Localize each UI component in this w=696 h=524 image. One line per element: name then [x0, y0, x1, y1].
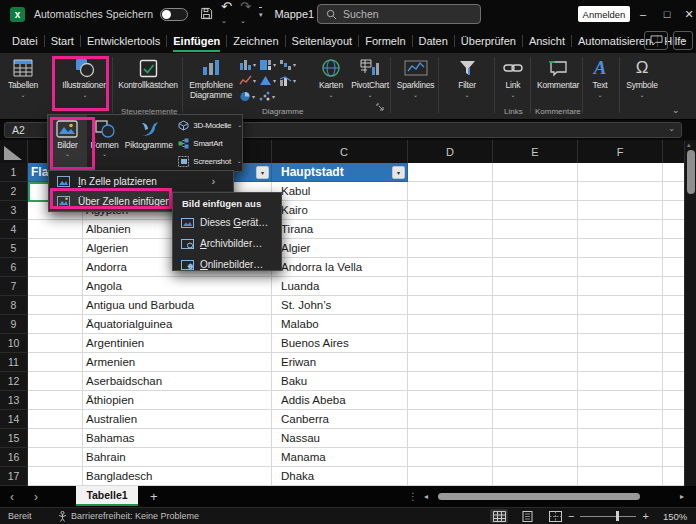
cell[interactable]: [578, 296, 663, 315]
cell[interactable]: [663, 467, 684, 486]
ribbon-tab-seitenlayout[interactable]: Seitenlayout: [286, 28, 359, 53]
cell[interactable]: Buenos Aires: [272, 334, 408, 353]
cell[interactable]: [578, 448, 663, 467]
zoom-in-button[interactable]: +: [642, 510, 648, 522]
cell[interactable]: [408, 353, 493, 372]
cell[interactable]: [28, 258, 83, 277]
cell[interactable]: [663, 201, 684, 220]
cell[interactable]: [493, 220, 578, 239]
row-header[interactable]: 3: [0, 201, 28, 220]
kommentar-button[interactable]: Kommentar: [533, 56, 583, 90]
cell[interactable]: [663, 410, 684, 429]
cell[interactable]: [663, 334, 684, 353]
cell[interactable]: [578, 315, 663, 334]
column-chart-button[interactable]: ▾: [239, 57, 256, 72]
column-header-g-partial[interactable]: [663, 140, 684, 163]
cell[interactable]: [578, 220, 663, 239]
minimize-button[interactable]: –: [632, 0, 654, 28]
filter-button-hauptstadt[interactable]: ▾: [392, 166, 405, 179]
zoom-level[interactable]: 150%: [663, 508, 687, 524]
cell[interactable]: [28, 448, 83, 467]
cell[interactable]: Eriwan: [272, 353, 408, 372]
cell[interactable]: [493, 315, 578, 334]
zoom-out-button[interactable]: −: [568, 510, 574, 522]
piktogramme-button[interactable]: Piktogramme: [122, 115, 175, 171]
cell[interactable]: [28, 239, 83, 258]
cell[interactable]: [663, 239, 684, 258]
row-header[interactable]: 15: [0, 429, 28, 448]
vertical-scrollbar-thumb[interactable]: [687, 150, 695, 194]
cell[interactable]: [578, 277, 663, 296]
archivbilder-item[interactable]: Archivbilder…: [173, 233, 281, 254]
cell[interactable]: [408, 334, 493, 353]
cell[interactable]: [408, 163, 493, 182]
close-button[interactable]: ✕: [678, 0, 696, 28]
cell[interactable]: [493, 277, 578, 296]
cell[interactable]: [408, 467, 493, 486]
cell[interactable]: [493, 163, 578, 182]
cell[interactable]: Argentinien: [83, 334, 272, 353]
cell[interactable]: [493, 296, 578, 315]
save-icon[interactable]: [200, 7, 213, 22]
scrollbar-splitter-icon[interactable]: ⋮: [408, 486, 418, 507]
row-header[interactable]: 7: [0, 277, 28, 296]
cell[interactable]: [578, 182, 663, 201]
onlinebilder-item[interactable]: Onlinebilder…: [173, 254, 281, 275]
cell[interactable]: [578, 334, 663, 353]
karten-button[interactable]: Karten ⌄: [314, 56, 348, 98]
dialog-launcher-icon[interactable]: [376, 97, 384, 115]
cell[interactable]: Andorra la Vella: [272, 258, 408, 277]
row-header[interactable]: 14: [0, 410, 28, 429]
cell[interactable]: [578, 353, 663, 372]
ribbon-tab-formeln[interactable]: Formeln: [359, 28, 411, 53]
cell[interactable]: [493, 258, 578, 277]
cell[interactable]: Äquatorialguinea: [83, 315, 272, 334]
cell[interactable]: [408, 315, 493, 334]
cell[interactable]: [663, 429, 684, 448]
screenshot-item[interactable]: Screenshot ⌄: [178, 153, 242, 169]
cell[interactable]: [28, 429, 83, 448]
smartart-item[interactable]: SmartArt: [178, 135, 242, 151]
cell[interactable]: Angola: [83, 277, 272, 296]
row-header[interactable]: 13: [0, 391, 28, 410]
cell[interactable]: Aserbaidschan: [83, 372, 272, 391]
ribbon-tab-entwicklertools[interactable]: Entwicklertools: [81, 28, 166, 53]
row-header[interactable]: 12: [0, 372, 28, 391]
cell[interactable]: [578, 258, 663, 277]
cell[interactable]: [493, 391, 578, 410]
cell[interactable]: [663, 391, 684, 410]
text-button[interactable]: A Text ⌄: [585, 56, 615, 98]
hierarchy-chart-button[interactable]: ▾: [259, 57, 276, 72]
statistic-chart-button[interactable]: ▾: [259, 73, 276, 88]
redo-button[interactable]: ↷⌄: [240, 0, 251, 28]
cell[interactable]: Nassau: [272, 429, 408, 448]
cell[interactable]: [408, 201, 493, 220]
cell[interactable]: [408, 391, 493, 410]
link-button[interactable]: Link ⌄: [497, 56, 529, 98]
cell[interactable]: [493, 239, 578, 258]
cell[interactable]: [578, 467, 663, 486]
symbole-button[interactable]: Ω Symbole ⌄: [622, 56, 662, 98]
signin-button[interactable]: Anmelden: [578, 6, 630, 22]
cell[interactable]: Luanda: [272, 277, 408, 296]
autosave-toggle[interactable]: [160, 8, 188, 21]
pie-chart-button[interactable]: ▾: [239, 89, 255, 104]
customize-qat-button[interactable]: ▾: [259, 7, 263, 22]
cell[interactable]: [28, 372, 83, 391]
cell[interactable]: [578, 201, 663, 220]
cell[interactable]: [408, 182, 493, 201]
formula-bar-expand-icon[interactable]: ⌄: [668, 124, 675, 133]
cell[interactable]: Bahamas: [83, 429, 272, 448]
cell[interactable]: [28, 410, 83, 429]
cell[interactable]: [408, 296, 493, 315]
horizontal-scrollbar-thumb[interactable]: [438, 493, 640, 500]
cell[interactable]: [493, 372, 578, 391]
cell[interactable]: [663, 163, 684, 182]
cell[interactable]: Dhaka: [272, 467, 408, 486]
cell[interactable]: [408, 429, 493, 448]
cell[interactable]: Algier: [272, 239, 408, 258]
combo-chart-button[interactable]: ▾: [279, 73, 296, 88]
cell[interactable]: [28, 467, 83, 486]
column-header-c[interactable]: C: [272, 140, 408, 163]
cell[interactable]: Manama: [272, 448, 408, 467]
